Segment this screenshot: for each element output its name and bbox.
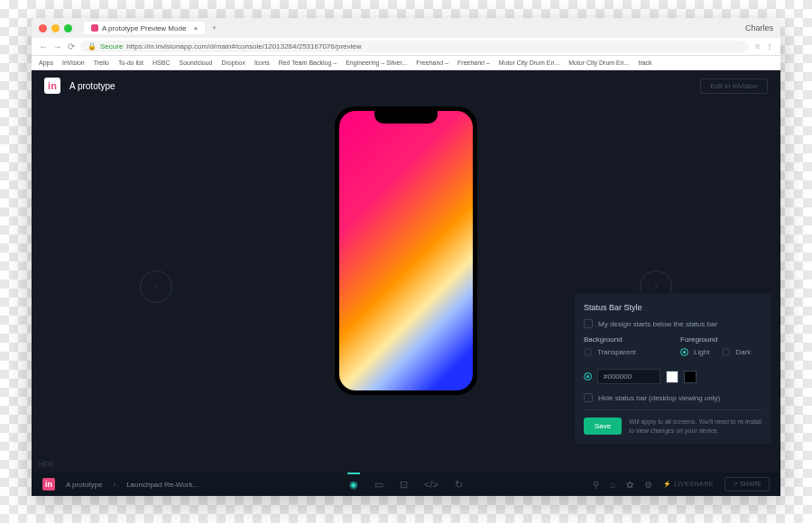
gear-icon[interactable]: ⚙ — [644, 480, 652, 490]
save-button[interactable]: Save — [584, 417, 622, 435]
preview-canvas: ‹ › Status Bar Style My design starts be… — [32, 101, 780, 473]
bookmark-item[interactable]: Trello — [94, 60, 109, 66]
browser-window: A prototype Preview Mode× + Charles ← → … — [32, 18, 780, 496]
build-mode-icon[interactable]: ▭ — [374, 479, 383, 491]
app-header: in A prototype Edit in InVision — [32, 70, 780, 101]
window-chrome: A prototype Preview Mode× + Charles — [32, 18, 780, 38]
bookmark-item[interactable]: Motor City Drum En... — [568, 60, 629, 66]
settings-icon[interactable]: ✿ — [626, 480, 633, 490]
comment-mode-icon[interactable]: ⊡ — [400, 479, 408, 491]
history-mode-icon[interactable]: ↻ — [455, 479, 463, 491]
status-bar-panel: Status Bar Style My design starts below … — [575, 294, 771, 444]
prev-screen-button[interactable]: ‹ — [140, 271, 172, 303]
new-tab-button[interactable]: + — [207, 22, 222, 34]
invision-home-icon[interactable]: in — [42, 478, 55, 491]
invision-logo-icon[interactable]: in — [44, 78, 60, 94]
bookmark-item[interactable]: Dropbox — [221, 60, 245, 66]
close-icon[interactable] — [39, 24, 47, 32]
hide-status-checkbox[interactable] — [584, 393, 593, 402]
bookmark-item[interactable]: Red Team Backlog – — [279, 60, 337, 66]
starts-below-label: My design starts below the status bar — [598, 320, 717, 328]
share-link-icon[interactable]: ⚲ — [593, 480, 599, 490]
transparent-radio[interactable] — [584, 348, 592, 356]
bookmarks-bar: AppsInVisionTrelloTo-do listHSBCSoundclo… — [32, 56, 780, 70]
invision-app: in A prototype Edit in InVision ‹ › Stat… — [32, 70, 780, 496]
reload-icon[interactable]: ⟳ — [68, 41, 75, 51]
bottom-toolbar: in A prototype › Launchpad Re-Work... ◉ … — [32, 473, 780, 496]
address-bar[interactable]: 🔒 Secure https://in.invisionapp.com/d/ma… — [80, 41, 749, 52]
bookmark-item[interactable]: track — [638, 60, 651, 66]
bookmark-item[interactable]: Freehand – — [416, 60, 448, 66]
bookmark-item[interactable]: Soundcloud — [179, 60, 212, 66]
menu-icon[interactable]: ⋮ — [766, 42, 773, 50]
profile-name[interactable]: Charles — [745, 23, 773, 32]
swatch-black[interactable] — [684, 371, 697, 383]
minimize-icon[interactable] — [51, 24, 60, 32]
foreground-label: Foreground — [680, 335, 762, 344]
bookmark-item[interactable]: HSBC — [152, 60, 170, 66]
dark-radio[interactable] — [722, 348, 730, 356]
device-frame — [335, 106, 477, 395]
starts-below-checkbox[interactable] — [584, 319, 593, 328]
crumb-project[interactable]: A prototype — [66, 481, 102, 489]
background-label: Background — [584, 335, 666, 344]
url-text: https://in.invisionapp.com/d/main#/conso… — [126, 42, 361, 50]
transparent-label: Transparent — [597, 348, 636, 356]
notch — [374, 111, 438, 124]
bookmark-item[interactable]: InVision — [62, 60, 85, 66]
light-radio[interactable] — [680, 348, 688, 356]
address-bar-row: ← → ⟳ 🔒 Secure https://in.invisionapp.co… — [32, 38, 780, 56]
bookmark-item[interactable]: To-do list — [118, 60, 143, 66]
bookmark-item[interactable]: Freehand – — [457, 60, 490, 66]
dark-label: Dark — [735, 348, 751, 356]
mode-tools: ◉ ▭ ⊡ </> ↻ — [349, 479, 463, 491]
bookmark-item[interactable]: Motor City Drum En... — [499, 60, 559, 66]
color-input[interactable] — [597, 369, 660, 384]
hide-button[interactable]: HIDE — [39, 461, 54, 467]
browser-tab[interactable]: A prototype Preview Mode× — [84, 22, 205, 34]
secure-label: Secure — [100, 42, 123, 50]
bookmark-item[interactable]: Engineering – Silver... — [346, 60, 407, 66]
inspect-mode-icon[interactable]: </> — [424, 479, 438, 491]
liveshare-button[interactable]: ⚡ LIVESHARE — [663, 481, 714, 488]
bookmark-item[interactable]: Icons — [254, 60, 270, 66]
crumb-screen[interactable]: Launchpad Re-Work... — [126, 481, 198, 489]
hide-status-label: Hide status bar (desktop viewing only) — [598, 394, 720, 402]
forward-icon[interactable]: → — [53, 41, 62, 51]
preview-mode-icon[interactable]: ◉ — [349, 479, 358, 491]
maximize-icon[interactable] — [64, 24, 72, 32]
panel-title: Status Bar Style — [584, 303, 762, 312]
star-icon[interactable]: ☆ — [754, 42, 761, 50]
bookmark-item[interactable]: Apps — [39, 60, 53, 66]
lock-icon: 🔒 — [88, 42, 97, 50]
edit-button[interactable]: Edit in InVision — [700, 78, 768, 94]
apply-note: Will apply to all screens. You'll need t… — [629, 417, 762, 434]
back-icon[interactable]: ← — [39, 41, 48, 51]
close-tab-icon[interactable]: × — [193, 24, 198, 32]
home-icon[interactable]: ⌂ — [610, 480, 615, 490]
device-screen — [339, 111, 473, 390]
color-radio[interactable] — [584, 372, 592, 381]
project-title: A prototype — [69, 81, 115, 91]
favicon-icon — [91, 24, 98, 32]
light-label: Light — [694, 348, 709, 356]
swatch-white[interactable] — [666, 371, 678, 383]
share-button[interactable]: ↗ SHARE — [724, 477, 770, 491]
